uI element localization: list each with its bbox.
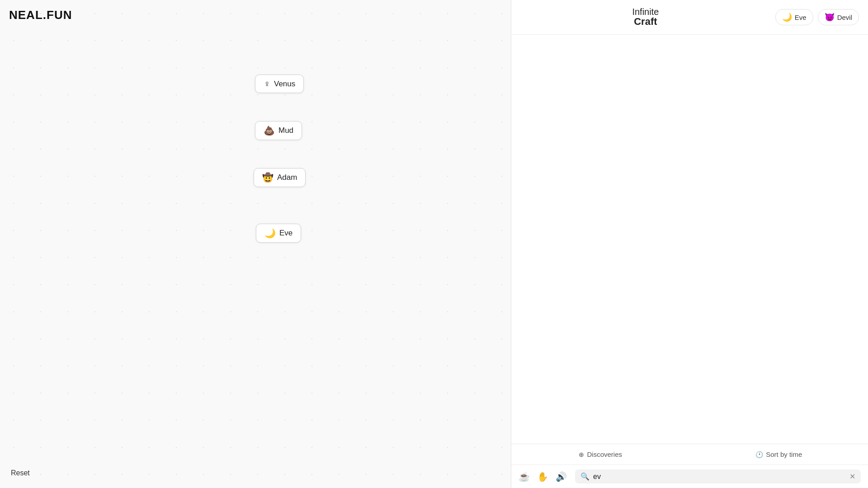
- sidebar: Infinite Craft 🌙 Eve 😈 Devil ⊕ Discoveri…: [511, 0, 868, 488]
- tool-icons: ☕ ✋ 🔊: [519, 471, 567, 482]
- sidebar-footer: ⊕ Discoveries 🕐 Sort by time ☕ ✋ 🔊 🔍 ✕: [511, 444, 868, 488]
- sort-time-icon: 🕐: [755, 451, 763, 458]
- tab-discoveries[interactable]: ⊕ Discoveries: [511, 444, 690, 465]
- discoveries-icon: ⊕: [579, 451, 584, 458]
- title-craft: Craft: [634, 16, 657, 27]
- node-adam-label: Adam: [277, 173, 297, 182]
- logo: NEAL.FUN: [9, 8, 72, 22]
- badge-eve[interactable]: 🌙 Eve: [775, 9, 813, 25]
- title-infinite: Infinite: [632, 7, 659, 16]
- node-venus-label: Venus: [274, 80, 295, 89]
- badge-devil-label: Devil: [837, 14, 852, 21]
- search-input-wrapper[interactable]: 🔍 ✕: [575, 469, 861, 483]
- sidebar-body[interactable]: [511, 35, 868, 444]
- tab-discoveries-label: Discoveries: [587, 450, 622, 458]
- node-eve-emoji: 🌙: [264, 228, 276, 239]
- badge-eve-emoji: 🌙: [782, 12, 792, 22]
- footer-tabs: ⊕ Discoveries 🕐 Sort by time: [511, 444, 868, 465]
- canvas-area[interactable]: NEAL.FUN ♀ Venus 💩 Mud 🤠 Adam 🌙 Eve: [0, 0, 511, 488]
- search-icon: 🔍: [580, 472, 590, 481]
- tab-sort-by-time[interactable]: 🕐 Sort by time: [690, 444, 868, 465]
- infinite-craft-title: Infinite Craft: [632, 7, 659, 27]
- node-eve[interactable]: 🌙 Eve: [256, 224, 301, 243]
- reset-button[interactable]: Reset: [11, 469, 30, 477]
- node-venus-emoji: ♀: [264, 79, 270, 89]
- coffee-icon[interactable]: ☕: [519, 471, 530, 482]
- search-clear-button[interactable]: ✕: [849, 473, 855, 480]
- sidebar-header: Infinite Craft 🌙 Eve 😈 Devil: [511, 0, 868, 35]
- search-input[interactable]: [593, 473, 846, 481]
- volume-icon[interactable]: 🔊: [556, 471, 567, 482]
- node-mud-emoji: 💩: [264, 125, 275, 136]
- hand-icon[interactable]: ✋: [537, 471, 548, 482]
- node-venus[interactable]: ♀ Venus: [255, 75, 304, 93]
- badge-devil[interactable]: 😈 Devil: [818, 9, 859, 25]
- node-adam[interactable]: 🤠 Adam: [254, 168, 306, 187]
- node-eve-label: Eve: [279, 229, 292, 238]
- badge-eve-label: Eve: [795, 14, 807, 21]
- search-bar: ☕ ✋ 🔊 🔍 ✕: [511, 465, 868, 488]
- tab-sort-by-time-label: Sort by time: [766, 450, 802, 458]
- badge-devil-emoji: 😈: [825, 12, 835, 22]
- node-mud[interactable]: 💩 Mud: [255, 121, 302, 140]
- node-mud-label: Mud: [278, 126, 293, 135]
- node-adam-emoji: 🤠: [262, 172, 274, 183]
